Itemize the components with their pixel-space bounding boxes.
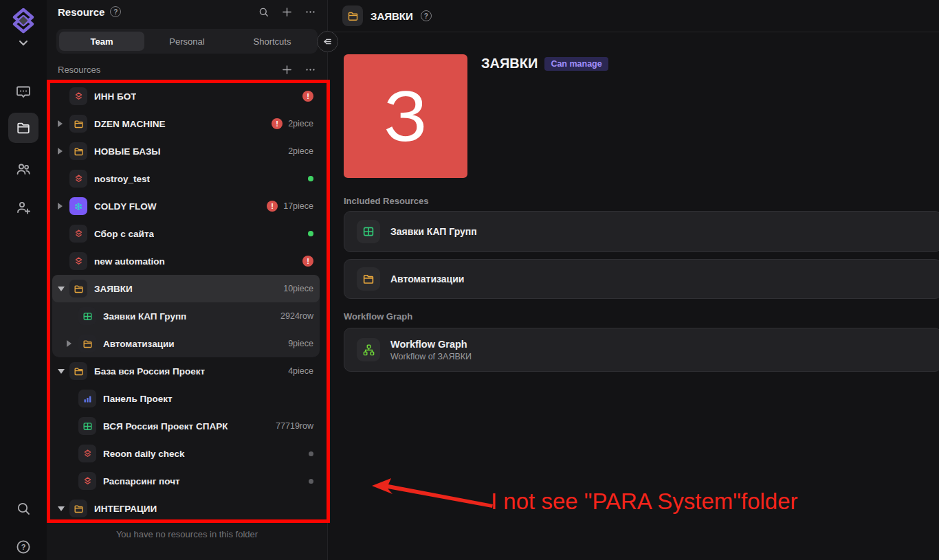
tree-item[interactable]: ❄COLDY FLOW!17piece bbox=[52, 192, 320, 220]
search-icon[interactable] bbox=[258, 6, 269, 18]
more-icon[interactable] bbox=[305, 64, 316, 76]
resource-name: ВСЯ Россия Проект СПАРК bbox=[103, 421, 228, 432]
rail-item-search[interactable] bbox=[0, 500, 47, 517]
rail-item-help[interactable]: ? bbox=[0, 539, 47, 555]
tree-item[interactable]: Автоматизации9piece bbox=[52, 330, 320, 357]
tree-item[interactable]: База вся Россия Проект4piece bbox=[52, 357, 320, 385]
resource-count: 9piece bbox=[288, 339, 313, 348]
rail-item-resources[interactable] bbox=[0, 113, 47, 143]
chevron-right-icon[interactable] bbox=[58, 203, 69, 210]
resource-iconbox bbox=[357, 267, 380, 291]
rail-item-invite[interactable] bbox=[0, 199, 47, 216]
included-resource-name: Заявки КАП Групп bbox=[390, 226, 477, 237]
tab-personal[interactable]: Personal bbox=[144, 32, 230, 51]
collapse-panel-button[interactable] bbox=[317, 31, 338, 52]
tree-item[interactable]: DZEN MACHINE!2piece bbox=[52, 110, 320, 137]
page-title: ЗАЯВКИ bbox=[371, 10, 413, 22]
included-resource-name: Автоматизации bbox=[390, 273, 464, 284]
tab-shortcuts[interactable]: Shortcuts bbox=[230, 32, 315, 51]
resource-name: COLDY FLOW bbox=[94, 201, 157, 212]
resources-section-row: Resources bbox=[58, 60, 316, 78]
resource-iconbox bbox=[78, 390, 96, 407]
folder-icon bbox=[74, 366, 84, 377]
chevron-right-icon[interactable] bbox=[58, 148, 69, 155]
chevron-right-icon[interactable] bbox=[67, 340, 78, 347]
page-help-icon[interactable]: ? bbox=[421, 10, 432, 21]
resource-meta: !2piece bbox=[272, 118, 313, 129]
svg-text:?: ? bbox=[21, 543, 26, 551]
question-icon: ? bbox=[15, 539, 32, 555]
more-icon[interactable] bbox=[305, 6, 316, 18]
resource-iconbox bbox=[69, 170, 87, 188]
dashboard-icon bbox=[82, 394, 93, 404]
active-rail-highlight bbox=[8, 113, 38, 143]
tree-item[interactable]: Панель Проект bbox=[52, 385, 320, 412]
resource-name: Reoon daily check bbox=[103, 449, 185, 459]
knot-logo-icon bbox=[8, 5, 38, 36]
resource-iconbox bbox=[78, 445, 96, 462]
resource-name: Сбор с сайта bbox=[94, 229, 154, 239]
snowflake-icon: ❄ bbox=[74, 201, 83, 212]
resource-name: ЗАЯВКИ bbox=[94, 284, 133, 294]
folder-icon bbox=[74, 119, 84, 129]
resource-iconbox bbox=[69, 252, 87, 270]
chevron-glyph bbox=[67, 340, 71, 347]
table-icon bbox=[82, 311, 93, 322]
tree-item[interactable]: nostroy_test bbox=[52, 165, 320, 192]
status-dot-green bbox=[308, 231, 313, 236]
resource-meta: !17piece bbox=[267, 201, 313, 212]
tree-item[interactable]: Распарсинг почт bbox=[52, 467, 320, 495]
status-dot-gray bbox=[309, 451, 313, 456]
main-header: ЗАЯВКИ ? bbox=[329, 0, 939, 32]
resource-tree: ИНН БОТ!DZEN MACHINE!2pieceНОВЫЕ БАЗЫ2pi… bbox=[47, 80, 327, 522]
resource-iconbox bbox=[69, 362, 87, 380]
tab-team[interactable]: Team bbox=[59, 32, 144, 51]
resource-panel: Resource ? Team Personal Shortcuts R bbox=[47, 0, 328, 560]
chevron-glyph bbox=[58, 148, 63, 155]
tree-item[interactable]: НОВЫЕ БАЗЫ2piece bbox=[52, 137, 320, 165]
panel-title: Resource bbox=[58, 6, 104, 18]
chevron-down-icon[interactable] bbox=[58, 369, 69, 374]
chevron-glyph bbox=[58, 506, 65, 511]
panel-help-icon[interactable]: ? bbox=[110, 6, 121, 17]
tree-item[interactable]: ИНТЕГРАЦИИ bbox=[52, 495, 320, 522]
folder-cover-letter: З bbox=[384, 80, 428, 152]
annotation-text: I not see "PARA System"folder bbox=[491, 489, 798, 515]
tree-item[interactable]: new automation! bbox=[52, 247, 320, 275]
plus-icon[interactable] bbox=[281, 6, 293, 18]
panel-header-icons bbox=[258, 6, 316, 18]
app-logo[interactable] bbox=[0, 5, 47, 36]
resource-count: 10piece bbox=[283, 284, 313, 293]
tree-item[interactable]: Сбор с сайта bbox=[52, 220, 320, 247]
workflow-card-subtitle: Workflow of ЗАЯВКИ bbox=[390, 352, 472, 361]
resources-section-label: Resources bbox=[58, 65, 100, 75]
folder-icon bbox=[16, 120, 31, 135]
rail-item-members[interactable] bbox=[0, 161, 47, 177]
automation-icon bbox=[82, 476, 93, 486]
status-dot-gray bbox=[309, 479, 313, 484]
resource-name: Заявки КАП Групп bbox=[103, 311, 186, 322]
rail-item-chat[interactable] bbox=[0, 84, 47, 100]
tree-item[interactable]: ИНН БОТ! bbox=[52, 82, 320, 110]
resource-name: nostroy_test bbox=[94, 174, 150, 184]
resource-count: 77719row bbox=[276, 421, 313, 431]
tree-item[interactable]: ЗАЯВКИ10piece bbox=[52, 275, 320, 302]
included-resource-card[interactable]: Автоматизации bbox=[344, 259, 939, 299]
workflow-graph-label: Workflow Graph bbox=[344, 311, 412, 322]
resource-iconbox bbox=[69, 280, 87, 298]
resource-iconbox bbox=[69, 87, 87, 105]
workflow-graph-card[interactable]: Workflow Graph Workflow of ЗАЯВКИ bbox=[344, 328, 939, 372]
included-resource-card[interactable]: Заявки КАП Групп bbox=[344, 211, 939, 252]
tree-item[interactable]: Заявки КАП Групп2924row bbox=[52, 302, 320, 330]
folder-title: ЗАЯВКИ bbox=[481, 56, 538, 71]
alert-badge: ! bbox=[302, 256, 313, 267]
workspace-switcher[interactable] bbox=[0, 40, 47, 47]
chevron-down-icon[interactable] bbox=[58, 506, 69, 511]
chevron-right-icon[interactable] bbox=[58, 120, 69, 127]
scope-tabs: Team Personal Shortcuts bbox=[56, 29, 318, 54]
chevron-down-icon[interactable] bbox=[58, 287, 69, 291]
chat-icon bbox=[15, 84, 32, 100]
tree-item[interactable]: ВСЯ Россия Проект СПАРК77719row bbox=[52, 412, 320, 440]
plus-icon[interactable] bbox=[281, 64, 293, 76]
tree-item[interactable]: Reoon daily check bbox=[52, 440, 320, 467]
